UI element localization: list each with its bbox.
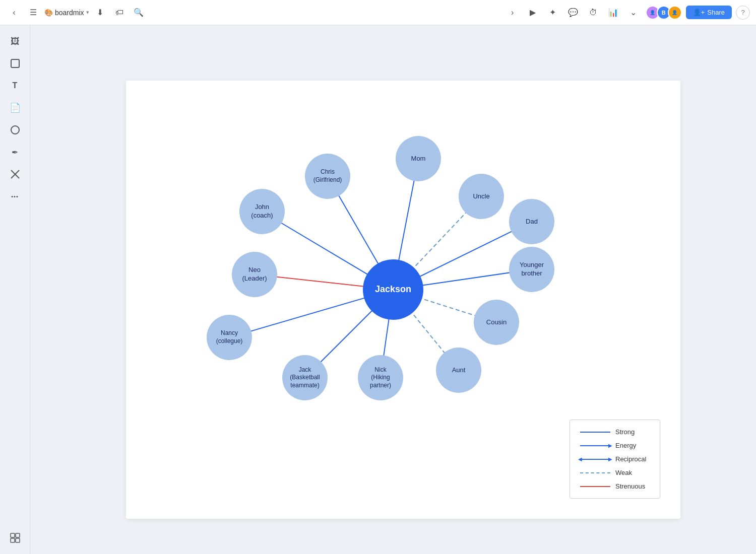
legend-item-strong: Strong [580,428,650,436]
node-nick-label: Nick(Hikingpartner) [370,366,391,390]
legend-label-reciprocal: Reciprocal [615,455,646,463]
node-mom-label: Mom [411,155,426,163]
legend-label-weak: Weak [615,469,632,476]
sidebar-item-template[interactable] [5,528,25,548]
sidebar-item-pen[interactable]: ✒ [5,142,25,162]
svg-rect-5 [16,533,20,537]
app-title: boardmix [55,9,84,17]
sidebar-item-shape[interactable] [5,120,25,140]
sidebar-item-frame[interactable] [5,53,25,74]
avatar-3: 👤 [668,6,682,20]
canvas-paper: Jackson Mom Uncle Dad Chris(Girlfriend) … [126,81,680,519]
sidebar-item-text[interactable]: T [5,76,25,96]
download-button[interactable]: ⬇ [92,5,108,21]
node-jack-label: Jack(Basketballteammate) [290,366,320,390]
chevron-icon: ▾ [86,9,89,16]
chevron-right-button[interactable]: › [505,5,521,21]
node-mom[interactable]: Mom [396,136,441,181]
logo-icon: 🎨 [44,9,53,17]
node-uncle[interactable]: Uncle [459,174,504,219]
svg-rect-7 [16,538,20,542]
node-neo[interactable]: Neo(Leader) [232,252,277,297]
node-nancy-label: Nancy(collegue) [216,329,243,345]
main-layout: 🖼 T 📄 ✒ ••• [0,25,756,554]
node-chris-label: Chris(Girlfriend) [313,168,342,184]
legend: Strong ▶ Energy ◀ ▶ Reciprocal [570,420,660,499]
share-icon: 👤+ [693,9,705,16]
sidebar-item-more[interactable]: ••• [5,186,25,206]
node-neo-label: Neo(Leader) [242,266,267,283]
node-jack[interactable]: Jack(Basketballteammate) [282,355,328,400]
back-button[interactable]: ‹ [6,5,22,21]
node-jackson[interactable]: Jackson [363,259,423,320]
svg-rect-4 [11,533,15,537]
legend-item-energy: ▶ Energy [580,442,650,449]
topbar: ‹ ☰ 🎨 boardmix ▾ ⬇ 🏷 🔍 › ▶ ✦ 💬 ⏱ 📊 ⌄ 👤 B… [0,0,756,25]
legend-item-strenuous: Strenuous [580,482,650,490]
tag-button[interactable]: 🏷 [111,5,128,21]
node-cousin-label: Cousin [486,318,507,327]
node-dad[interactable]: Dad [509,199,554,244]
node-cousin[interactable]: Cousin [474,300,519,345]
avatar-group: 👤 B 👤 [646,6,682,20]
chart-button[interactable]: 📊 [605,5,621,21]
node-john-label: John(coach) [251,203,273,220]
share-button[interactable]: 👤+ Share [686,6,732,19]
node-dad-label: Dad [526,218,538,226]
canvas-area[interactable]: Jackson Mom Uncle Dad Chris(Girlfriend) … [30,25,756,554]
comment-button[interactable]: 💬 [565,5,581,21]
topbar-left: ‹ ☰ 🎨 boardmix ▾ ⬇ 🏷 🔍 [6,5,147,21]
legend-item-weak: Weak [580,469,650,476]
legend-line-strong [580,432,610,433]
node-younger-brother[interactable]: Youngerbrother [509,247,554,292]
svg-rect-0 [11,59,19,67]
node-uncle-label: Uncle [473,192,489,201]
share-label: Share [707,9,725,16]
node-nick[interactable]: Nick(Hikingpartner) [358,355,403,400]
svg-point-1 [11,126,19,134]
legend-label-strenuous: Strenuous [615,482,645,490]
node-chris[interactable]: Chris(Girlfriend) [305,154,350,199]
sidebar: 🖼 T 📄 ✒ ••• [0,25,30,554]
legend-item-reciprocal: ◀ ▶ Reciprocal [580,455,650,463]
svg-rect-6 [11,538,15,542]
help-button[interactable]: ? [736,6,750,20]
node-john[interactable]: John(coach) [239,189,285,234]
topbar-right: › ▶ ✦ 💬 ⏱ 📊 ⌄ 👤 B 👤 👤+ Share ? [505,5,750,21]
node-aunt[interactable]: Aunt [436,348,481,393]
sidebar-item-sticky[interactable]: 📄 [5,98,25,118]
timer-button[interactable]: ⏱ [585,5,601,21]
node-nancy[interactable]: Nancy(collegue) [207,315,252,360]
node-jackson-label: Jackson [375,284,411,295]
more-button[interactable]: ⌄ [625,5,642,21]
play-button[interactable]: ▶ [525,5,541,21]
menu-button[interactable]: ☰ [25,5,41,21]
node-younger-brother-label: Youngerbrother [520,261,544,278]
app-logo: 🎨 boardmix ▾ [44,9,89,17]
legend-label-energy: Energy [615,442,636,449]
legend-label-strong: Strong [615,428,635,436]
sidebar-item-connector[interactable] [5,164,25,184]
node-aunt-label: Aunt [452,366,466,375]
star-button[interactable]: ✦ [545,5,561,21]
search-button[interactable]: 🔍 [131,5,147,21]
sidebar-item-image[interactable]: 🖼 [5,31,25,51]
